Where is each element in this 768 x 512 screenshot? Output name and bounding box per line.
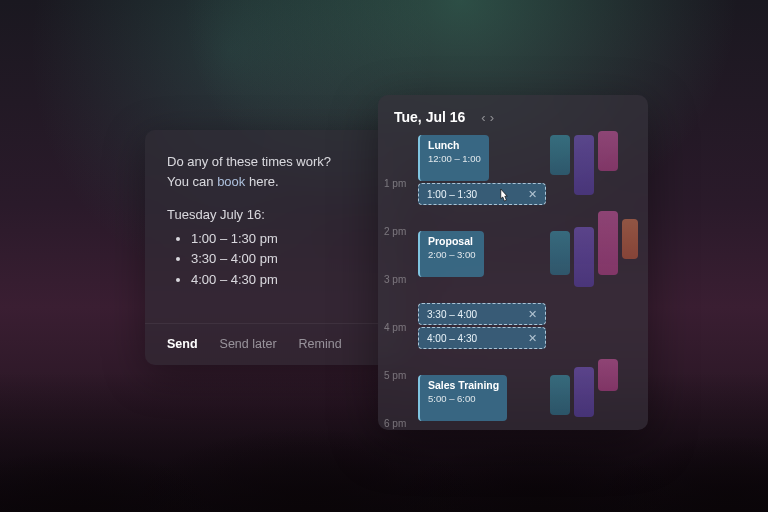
send-later-button[interactable]: Send later xyxy=(220,335,277,354)
book-link[interactable]: book xyxy=(217,174,245,189)
message-line-1: Do any of these times work? xyxy=(167,152,383,172)
list-item: 3:30 – 4:00 pm xyxy=(191,249,383,269)
message-date-heading: Tuesday July 16: xyxy=(167,205,383,225)
times-list: 1:00 – 1:30 pm 3:30 – 4:00 pm 4:00 – 4:3… xyxy=(167,229,383,290)
availability-block xyxy=(574,367,594,417)
remind-button[interactable]: Remind xyxy=(299,335,342,354)
hour-label: 4 pm xyxy=(384,322,406,333)
availability-block xyxy=(574,135,594,195)
send-button[interactable]: Send xyxy=(167,335,198,354)
calendar-header: Tue, Jul 16 ‹ › xyxy=(378,95,648,135)
list-item: 4:00 – 4:30 pm xyxy=(191,270,383,290)
close-icon[interactable]: ✕ xyxy=(528,332,537,345)
calendar-body[interactable]: 1 pm 2 pm 3 pm 4 pm 5 pm 6 pm Lunch 12:0… xyxy=(378,135,648,428)
availability-block xyxy=(598,131,618,171)
close-icon[interactable]: ✕ xyxy=(528,188,537,201)
hour-label: 6 pm xyxy=(384,418,406,429)
event-proposal[interactable]: Proposal 2:00 – 3:00 xyxy=(418,231,484,277)
list-item: 1:00 – 1:30 pm xyxy=(191,229,383,249)
hour-label: 2 pm xyxy=(384,226,406,237)
next-day-button[interactable]: › xyxy=(490,110,494,125)
calendar-card: Tue, Jul 16 ‹ › 1 pm 2 pm 3 pm 4 pm 5 pm… xyxy=(378,95,648,430)
availability-block xyxy=(574,227,594,287)
hour-label: 3 pm xyxy=(384,274,406,285)
proposed-slot-2[interactable]: 3:30 – 4:00 ✕ xyxy=(418,303,546,325)
availability-block xyxy=(622,219,638,259)
proposed-slot-1[interactable]: 1:00 – 1:30 ✕ xyxy=(418,183,546,205)
close-icon[interactable]: ✕ xyxy=(528,308,537,321)
hour-label: 5 pm xyxy=(384,370,406,381)
event-lunch[interactable]: Lunch 12:00 – 1:00 xyxy=(418,135,489,181)
prev-day-button[interactable]: ‹ xyxy=(481,110,485,125)
proposed-slot-3[interactable]: 4:00 – 4:30 ✕ xyxy=(418,327,546,349)
event-sales-training[interactable]: Sales Training 5:00 – 6:00 xyxy=(418,375,507,421)
availability-block xyxy=(598,211,618,275)
message-line-2: You can book here. xyxy=(167,172,383,192)
calendar-title: Tue, Jul 16 xyxy=(394,109,465,125)
message-actions: Send Send later Remind xyxy=(145,323,405,365)
hour-label: 1 pm xyxy=(384,178,406,189)
availability-block xyxy=(550,375,570,415)
availability-block xyxy=(598,359,618,391)
availability-block xyxy=(550,231,570,275)
compose-message-card: Do any of these times work? You can book… xyxy=(145,130,405,365)
availability-block xyxy=(550,135,570,175)
